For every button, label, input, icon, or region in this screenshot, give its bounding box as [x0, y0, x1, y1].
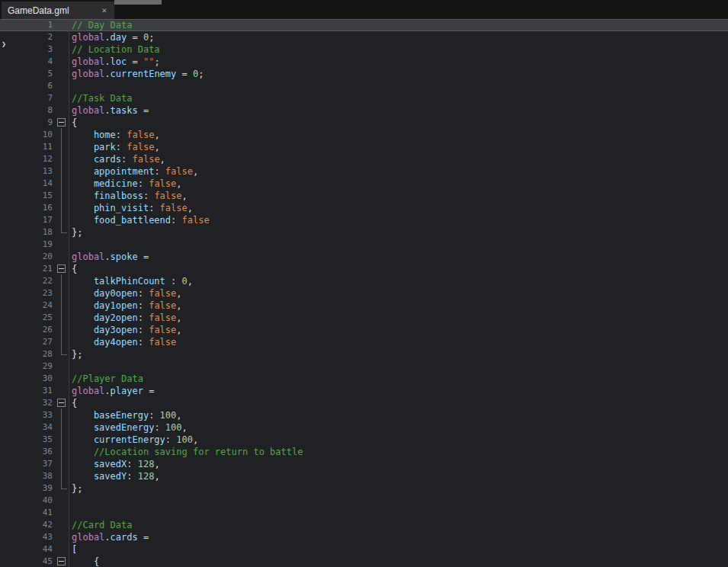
code-line[interactable]: 3// Location Data — [0, 43, 728, 56]
code-line[interactable]: 40 — [0, 495, 728, 507]
line-number[interactable]: 25 — [0, 312, 55, 324]
line-number[interactable]: 41 — [0, 507, 55, 519]
code-line[interactable]: 45 { — [0, 556, 728, 567]
code-line[interactable]: 17 food_battleend: false — [0, 214, 728, 226]
code-line[interactable]: 14 medicine: false, — [0, 178, 728, 190]
code-line[interactable]: 43global.cards = — [0, 531, 728, 543]
line-number[interactable]: 27 — [0, 336, 55, 348]
line-number[interactable]: 19 — [0, 239, 55, 251]
line-number[interactable]: 22 — [0, 275, 55, 287]
code-line[interactable]: 20global.spoke = — [0, 251, 728, 263]
line-number[interactable]: 10 — [0, 129, 55, 141]
line-number[interactable]: 37 — [0, 458, 55, 470]
code-line[interactable]: 5global.currentEnemy = 0; — [0, 68, 728, 80]
code-line[interactable]: 12 cards: false, — [0, 153, 728, 165]
line-number[interactable]: 16 — [0, 202, 55, 214]
line-number[interactable]: 7 — [0, 92, 55, 104]
code-line[interactable]: 38 savedY: 128, — [0, 470, 728, 482]
code-line[interactable]: 8global.tasks = — [0, 104, 728, 117]
line-number[interactable]: 35 — [0, 434, 55, 446]
line-number[interactable]: 33 — [0, 409, 55, 421]
line-number[interactable]: 24 — [0, 300, 55, 312]
code-line[interactable]: 30//Player Data — [0, 373, 728, 385]
line-number[interactable]: 23 — [0, 287, 55, 300]
code-line[interactable]: 1// Day Data — [0, 19, 728, 31]
fold-collapse-icon[interactable] — [57, 557, 66, 565]
line-number[interactable]: 45 — [0, 556, 55, 567]
line-number[interactable]: 44 — [0, 543, 55, 556]
code-line[interactable]: 27 day4open: false — [0, 336, 728, 348]
code-line[interactable]: 39}; — [0, 482, 728, 495]
line-number[interactable]: 8 — [0, 104, 55, 117]
line-number[interactable]: 12 — [0, 153, 55, 165]
line-number[interactable]: 2 — [0, 31, 55, 43]
token-ident: cards — [111, 532, 138, 543]
code-line[interactable]: 31global.player = — [0, 385, 728, 397]
code-line[interactable]: 32{ — [0, 397, 728, 409]
code-line[interactable]: 9{ — [0, 117, 728, 129]
code-line[interactable]: 41 — [0, 507, 728, 519]
line-number[interactable]: 36 — [0, 446, 55, 458]
code-line[interactable]: 11 park: false, — [0, 141, 728, 153]
code-editor[interactable]: ❯ 1// Day Data2global.day = 0;3// Locati… — [0, 19, 728, 567]
tab-close-icon[interactable]: ✕ — [100, 5, 108, 16]
line-number[interactable]: 28 — [0, 348, 55, 360]
line-number[interactable]: 42 — [0, 519, 55, 531]
code-line[interactable]: 36 //Location saving for return to battl… — [0, 446, 728, 458]
code-line[interactable]: 21{ — [0, 263, 728, 275]
line-number[interactable]: 39 — [0, 482, 55, 495]
code-line[interactable]: 42//Card Data — [0, 519, 728, 531]
code-line[interactable]: 13 appointment: false, — [0, 165, 728, 178]
code-line[interactable]: 4global.loc = ""; — [0, 56, 728, 68]
line-number[interactable]: 13 — [0, 165, 55, 178]
code-line[interactable]: 44[ — [0, 543, 728, 556]
code-line[interactable]: 34 savedEnergy: 100, — [0, 421, 728, 434]
line-number[interactable]: 26 — [0, 324, 55, 336]
code-line[interactable]: 35 currentEnergy: 100, — [0, 434, 728, 446]
line-number[interactable]: 14 — [0, 178, 55, 190]
fold-guide — [55, 458, 69, 470]
line-number[interactable]: 21 — [0, 263, 55, 275]
code-line[interactable]: 25 day2open: false, — [0, 312, 728, 324]
code-line[interactable]: 19 — [0, 239, 728, 251]
line-number[interactable]: 29 — [0, 360, 55, 373]
code-line[interactable]: 28}; — [0, 348, 728, 360]
code-line[interactable]: 22 talkPhinCount : 0, — [0, 275, 728, 287]
line-number[interactable]: 40 — [0, 495, 55, 507]
code-line[interactable]: 29 — [0, 360, 728, 373]
code-line[interactable]: 24 day1open: false, — [0, 300, 728, 312]
line-number[interactable]: 32 — [0, 397, 55, 409]
code-line[interactable]: 18}; — [0, 226, 728, 239]
line-number[interactable]: 20 — [0, 251, 55, 263]
fold-collapse-icon[interactable] — [57, 399, 66, 407]
code-line[interactable]: 23 day0open: false, — [0, 287, 728, 300]
code-line[interactable]: 2global.day = 0; — [0, 31, 728, 43]
fold-collapse-icon[interactable] — [57, 118, 66, 127]
line-number[interactable]: 1 — [0, 19, 55, 31]
code-line[interactable]: 26 day3open: false, — [0, 324, 728, 336]
line-number[interactable]: 6 — [0, 80, 55, 92]
code-line[interactable]: 15 finalboss: false, — [0, 190, 728, 202]
line-number[interactable]: 15 — [0, 190, 55, 202]
line-number[interactable]: 43 — [0, 531, 55, 543]
fold-collapse-icon[interactable] — [57, 264, 66, 273]
line-number[interactable]: 5 — [0, 68, 55, 80]
line-number[interactable]: 34 — [0, 421, 55, 434]
line-number[interactable]: 18 — [0, 226, 55, 239]
line-number[interactable]: 9 — [0, 117, 55, 129]
tab-gamedata-gml[interactable]: GameData.gml ✕ — [2, 2, 114, 19]
code-line[interactable]: 6 — [0, 80, 728, 92]
code-line[interactable]: 37 savedX: 128, — [0, 458, 728, 470]
line-number[interactable]: 3 — [0, 43, 55, 56]
line-number[interactable]: 38 — [0, 470, 55, 482]
code-line[interactable]: 33 baseEnergy: 100, — [0, 409, 728, 421]
line-number[interactable]: 11 — [0, 141, 55, 153]
code-line[interactable]: 16 phin_visit: false, — [0, 202, 728, 214]
line-number[interactable]: 31 — [0, 385, 55, 397]
token-punct: { — [72, 556, 99, 567]
line-number[interactable]: 17 — [0, 214, 55, 226]
code-line[interactable]: 7//Task Data — [0, 92, 728, 104]
code-line[interactable]: 10 home: false, — [0, 129, 728, 141]
line-number[interactable]: 4 — [0, 56, 55, 68]
line-number[interactable]: 30 — [0, 373, 55, 385]
